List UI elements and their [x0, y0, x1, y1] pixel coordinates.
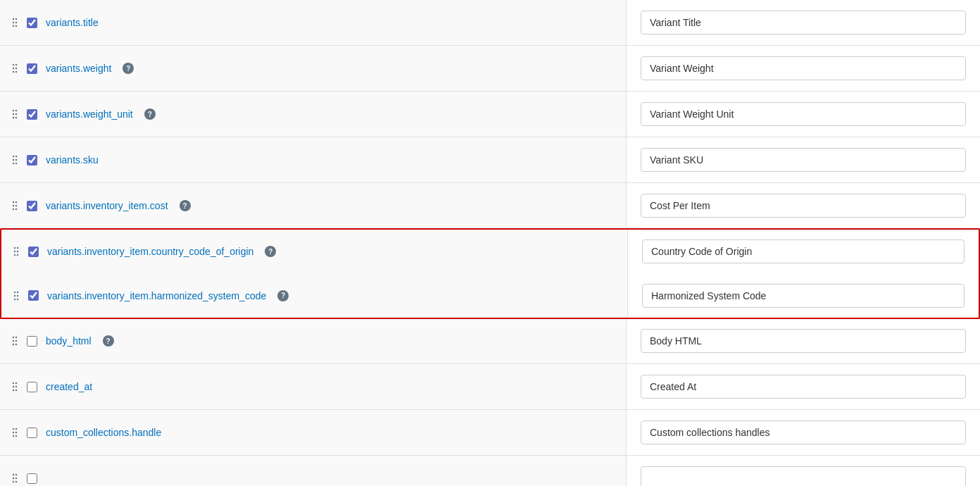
left-cell: variants.title	[0, 0, 627, 45]
svg-point-4	[13, 25, 14, 27]
field-label-input[interactable]	[641, 329, 966, 353]
svg-point-49	[15, 382, 17, 384]
svg-point-55	[15, 428, 17, 430]
right-cell	[627, 456, 980, 486]
field-name-label: variants.weight	[46, 63, 111, 74]
field-name-label: created_at	[46, 381, 92, 392]
svg-point-63	[15, 478, 17, 479]
field-label-input[interactable]	[641, 194, 966, 218]
field-checkbox[interactable]	[27, 109, 37, 120]
field-checkbox[interactable]	[27, 18, 37, 28]
help-icon[interactable]: ?	[265, 246, 276, 257]
field-name-label: variants.inventory_item.harmonized_syste…	[47, 290, 266, 301]
help-icon[interactable]: ?	[103, 335, 114, 347]
table-row: variants.weight_unit?	[0, 92, 980, 137]
svg-point-30	[14, 247, 15, 249]
help-icon[interactable]: ?	[180, 200, 191, 211]
field-checkbox[interactable]	[27, 336, 37, 347]
field-checkbox[interactable]	[27, 63, 37, 74]
help-icon[interactable]: ?	[144, 108, 156, 120]
drag-handle-icon[interactable]	[11, 17, 18, 28]
field-label-input[interactable]	[641, 420, 966, 444]
right-cell	[627, 46, 980, 91]
svg-point-28	[13, 208, 14, 210]
field-label-input[interactable]	[641, 148, 966, 172]
svg-point-15	[15, 113, 17, 115]
help-icon[interactable]: ?	[122, 63, 134, 74]
left-cell: created_at	[0, 364, 627, 409]
field-label-input[interactable]	[641, 466, 966, 486]
field-checkbox-wrap	[27, 428, 37, 438]
left-cell: variants.inventory_item.cost?	[0, 183, 627, 228]
drag-handle-icon[interactable]	[11, 381, 18, 392]
field-checkbox[interactable]	[27, 201, 37, 211]
field-checkbox-wrap	[27, 336, 37, 347]
right-cell	[627, 318, 980, 363]
drag-handle-icon[interactable]	[13, 290, 20, 301]
drag-handle-icon[interactable]	[11, 335, 18, 347]
field-label-input[interactable]	[641, 56, 966, 80]
svg-point-14	[13, 113, 14, 115]
left-cell: variants.weight?	[0, 46, 627, 91]
field-checkbox[interactable]	[27, 428, 37, 438]
drag-handle-icon[interactable]	[11, 154, 18, 166]
svg-point-35	[17, 254, 18, 256]
svg-point-32	[14, 251, 15, 252]
svg-point-50	[13, 386, 14, 387]
svg-point-58	[13, 435, 14, 437]
svg-point-36	[14, 291, 15, 292]
svg-point-19	[15, 156, 17, 157]
svg-point-25	[15, 201, 17, 203]
table-row: created_at	[0, 364, 980, 410]
right-cell	[627, 410, 980, 455]
svg-point-46	[13, 344, 14, 345]
field-checkbox-wrap	[27, 382, 37, 392]
field-checkbox-wrap	[27, 201, 37, 211]
field-checkbox[interactable]	[27, 473, 37, 484]
svg-point-59	[15, 435, 17, 437]
help-icon[interactable]: ?	[277, 290, 289, 301]
field-checkbox[interactable]	[28, 290, 39, 301]
svg-point-5	[15, 25, 17, 27]
drag-handle-icon[interactable]	[11, 473, 18, 484]
svg-point-53	[15, 390, 17, 391]
svg-point-65	[15, 481, 17, 482]
drag-handle-icon[interactable]	[11, 200, 18, 211]
svg-point-12	[13, 110, 14, 111]
field-label-input[interactable]	[641, 102, 966, 126]
svg-point-2	[13, 22, 14, 23]
field-label-input[interactable]	[642, 284, 965, 308]
field-label-input[interactable]	[641, 375, 966, 399]
svg-point-13	[15, 110, 17, 111]
svg-point-40	[14, 298, 15, 299]
svg-point-29	[15, 208, 17, 210]
svg-point-45	[15, 340, 17, 342]
svg-point-41	[17, 298, 18, 299]
table-row: variants.inventory_item.harmonized_syste…	[0, 273, 980, 319]
drag-handle-icon[interactable]	[11, 63, 18, 74]
drag-handle-icon[interactable]	[11, 108, 18, 120]
field-checkbox[interactable]	[27, 155, 37, 166]
left-cell: custom_collections.handle	[0, 410, 627, 455]
svg-point-9	[15, 68, 17, 69]
field-name-label: variants.weight_unit	[46, 108, 133, 120]
svg-point-54	[13, 428, 14, 430]
svg-point-38	[14, 294, 15, 296]
svg-point-44	[13, 340, 14, 342]
table-row: body_html?	[0, 318, 980, 364]
svg-point-18	[13, 156, 14, 157]
field-checkbox-wrap	[27, 63, 37, 74]
field-checkbox[interactable]	[27, 382, 37, 392]
drag-handle-icon[interactable]	[11, 427, 18, 438]
svg-point-24	[13, 201, 14, 203]
field-label-input[interactable]	[642, 239, 965, 263]
drag-handle-icon[interactable]	[13, 246, 20, 257]
table-row: custom_collections.handle	[0, 410, 980, 456]
field-checkbox[interactable]	[28, 247, 39, 257]
svg-point-33	[17, 251, 18, 252]
left-cell: variants.inventory_item.harmonized_syste…	[1, 273, 628, 318]
svg-point-8	[13, 68, 14, 69]
svg-point-20	[13, 159, 14, 161]
field-label-input[interactable]	[641, 11, 966, 35]
svg-point-26	[13, 205, 14, 206]
